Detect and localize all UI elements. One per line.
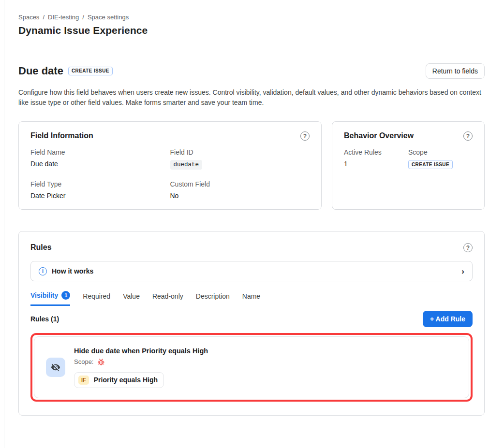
field-title: Due date: [18, 65, 63, 77]
custom-field-label: Custom Field: [170, 180, 310, 188]
info-cards-row: Field Information ? Field Name Due date …: [18, 121, 485, 210]
tab-required[interactable]: Required: [83, 292, 110, 305]
field-information-title: Field Information: [30, 131, 93, 140]
field-name-label: Field Name: [30, 148, 170, 156]
scope-value-badge: CREATE ISSUE: [408, 160, 453, 169]
bug-icon: [97, 358, 105, 366]
active-rules-item: Active Rules 1: [344, 148, 408, 168]
active-rules-value: 1: [344, 160, 408, 168]
breadcrumb-space-name[interactable]: DIE-testing: [48, 14, 79, 21]
behavior-overview-card: Behavior Overview ? Active Rules 1 Scope…: [332, 121, 485, 210]
field-type-item: Field Type Date Picker: [30, 180, 170, 200]
scope-item: Scope CREATE ISSUE: [408, 148, 473, 168]
rule-condition-chip[interactable]: IF Priority equals High: [74, 372, 164, 388]
help-icon[interactable]: ?: [463, 243, 473, 252]
create-issue-badge: CREATE ISSUE: [68, 67, 113, 75]
behavior-overview-title: Behavior Overview: [344, 131, 414, 140]
how-it-works-label: How it works: [52, 267, 93, 275]
help-icon[interactable]: ?: [300, 131, 310, 141]
scope-label: Scope: [408, 148, 473, 156]
tab-value[interactable]: Value: [123, 292, 140, 305]
tab-description[interactable]: Description: [196, 292, 230, 305]
rule-card[interactable]: Hide due date when Priority equals High …: [34, 336, 469, 398]
field-description: Configure how this field behaves when us…: [18, 87, 485, 108]
rules-list-header: Rules (1) + Add Rule: [30, 311, 473, 327]
rules-count-label: Rules (1): [30, 315, 59, 323]
add-rule-button[interactable]: + Add Rule: [423, 311, 473, 327]
field-header: Due date CREATE ISSUE Return to fields: [18, 63, 485, 79]
tab-name[interactable]: Name: [242, 292, 260, 305]
active-rules-label: Active Rules: [344, 148, 408, 156]
chevron-right-icon: ›: [461, 267, 464, 275]
field-id-value: duedate: [170, 160, 203, 170]
visibility-off-icon: [46, 358, 65, 377]
rules-title: Rules: [30, 243, 52, 252]
custom-field-value: No: [170, 192, 310, 200]
rule-type-tabs: Visibility 1 Required Value Read-only De…: [30, 291, 473, 306]
page-title: Dynamic Issue Experience: [18, 25, 485, 36]
rule-scope-line: Scope:: [74, 358, 208, 366]
red-highlight-annotation: Hide due date when Priority equals High …: [30, 333, 473, 402]
tab-read-only[interactable]: Read-only: [152, 292, 183, 305]
breadcrumb-separator: /: [82, 14, 84, 21]
breadcrumb: Spaces / DIE-testing / Space settings: [18, 14, 485, 21]
info-icon: i: [39, 267, 47, 275]
tab-visibility-count-badge: 1: [61, 291, 70, 300]
page-content: Spaces / DIE-testing / Space settings Dy…: [18, 0, 485, 416]
breadcrumb-separator: /: [43, 14, 44, 21]
rules-card: Rules ? i How it works › Visibility 1 Re…: [18, 231, 485, 416]
field-information-grid: Field Name Due date Field ID duedate Fie…: [30, 148, 310, 200]
rule-scope-label: Scope:: [74, 358, 93, 365]
breadcrumb-space-settings[interactable]: Space settings: [88, 14, 129, 21]
field-name-item: Field Name Due date: [30, 148, 170, 170]
breadcrumb-spaces[interactable]: Spaces: [18, 14, 39, 21]
rule-title: Hide due date when Priority equals High: [74, 347, 208, 355]
field-id-item: Field ID duedate: [170, 148, 310, 170]
field-information-card: Field Information ? Field Name Due date …: [18, 121, 322, 210]
field-name-value: Due date: [30, 160, 170, 168]
return-to-fields-button[interactable]: Return to fields: [426, 63, 485, 79]
rule-condition-text: Priority equals High: [94, 376, 158, 384]
custom-field-item: Custom Field No: [170, 180, 310, 200]
if-badge: IF: [78, 376, 89, 385]
field-type-value: Date Picker: [30, 192, 170, 200]
tab-visibility-label: Visibility: [30, 291, 58, 299]
help-icon[interactable]: ?: [463, 131, 473, 141]
field-id-label: Field ID: [170, 148, 310, 156]
left-edge-divider: [4, 0, 4, 448]
rule-body: Hide due date when Priority equals High …: [74, 347, 208, 388]
tab-visibility[interactable]: Visibility 1: [30, 291, 70, 306]
behavior-overview-grid: Active Rules 1 Scope CREATE ISSUE: [344, 148, 473, 168]
how-it-works-banner[interactable]: i How it works ›: [30, 261, 473, 281]
field-type-label: Field Type: [30, 180, 170, 188]
